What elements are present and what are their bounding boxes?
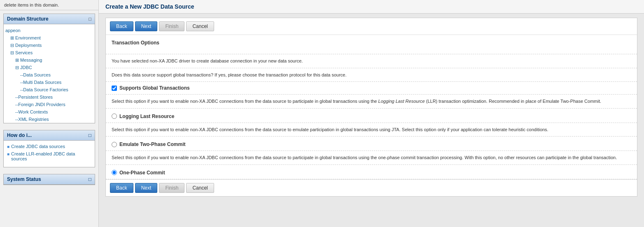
- emulate-radio[interactable]: [112, 142, 117, 147]
- llr-description-text: Select this option if you want to enable…: [112, 98, 631, 105]
- one-phase-description-section: Select this option if you want to enable…: [106, 151, 637, 165]
- emulate-radio-section: Emulate Two-Phase Commit: [106, 137, 637, 151]
- llr-radio-label[interactable]: Logging Last Resource: [119, 114, 174, 119]
- back-button-bottom[interactable]: Back: [110, 183, 133, 193]
- bottom-button-bar: Back Next Finish Cancel: [106, 179, 637, 196]
- supports-global-option: Supports Global Transactions: [112, 85, 631, 91]
- one-phase-radio-option: One-Phase Commit: [112, 170, 631, 176]
- supports-global-section: Supports Global Transactions: [106, 82, 637, 95]
- domain-tree: appeon ⊞ Environment ⊟ Deployments ⊟ Ser…: [4, 24, 95, 123]
- intro-text-1-section: You have selected non-XA JDBC driver to …: [106, 54, 637, 68]
- back-button-top[interactable]: Back: [110, 21, 133, 31]
- domain-structure-title: Domain Structure: [7, 16, 49, 22]
- emulate-description-text: Select this option if you want to enable…: [112, 126, 631, 133]
- tree-item-data-source-factories[interactable]: --Data Source Factories: [5, 86, 93, 93]
- how-do-i-header: How do i... □: [4, 130, 95, 141]
- tree-item-persistent-stores[interactable]: --Persistent Stores: [5, 93, 93, 101]
- supports-global-label[interactable]: Supports Global Transactions: [119, 85, 190, 91]
- intro-text-1: You have selected non-XA JDBC driver to …: [112, 58, 631, 65]
- content-area: Back Next Finish Cancel Transaction Opti…: [99, 14, 644, 227]
- intro-text-2-section: Does this data source support global tra…: [106, 68, 637, 82]
- domain-structure-panel: Domain Structure □ appeon ⊞ Environment …: [3, 14, 95, 123]
- emulate-radio-option: Emulate Two-Phase Commit: [112, 141, 631, 147]
- bullet-icon-1: ■: [7, 144, 9, 149]
- tree-item-work-contexts[interactable]: --Work Contexts: [5, 108, 93, 116]
- cancel-button-bottom[interactable]: Cancel: [186, 183, 214, 193]
- tree-item-data-sources[interactable]: --Data Sources: [5, 71, 93, 79]
- how-do-i-link-create-jdbc[interactable]: ■ Create JDBC data sources: [7, 144, 91, 149]
- how-do-i-content: ■ Create JDBC data sources ■ Create LLR-…: [4, 141, 95, 167]
- supports-global-checkbox[interactable]: [112, 86, 117, 91]
- how-do-i-icon: □: [89, 132, 91, 138]
- tree-item-environment[interactable]: ⊞ Environment: [5, 34, 93, 42]
- next-button-bottom[interactable]: Next: [135, 183, 158, 193]
- finish-button-bottom: Finish: [159, 183, 184, 193]
- system-status-header: System Status □: [4, 174, 95, 185]
- tree-item-appeon[interactable]: appeon: [5, 27, 93, 34]
- tree-item-foreign-jndi[interactable]: --Foreign JNDI Providers: [5, 101, 93, 108]
- one-phase-radio-label[interactable]: One-Phase Commit: [119, 170, 165, 176]
- top-button-bar: Back Next Finish Cancel: [106, 18, 637, 35]
- main-content: Create a New JDBC Data Source Back Next …: [99, 0, 644, 227]
- transaction-options-title-section: Transaction Options: [106, 35, 637, 54]
- llr-description-section: Select this option if you want to enable…: [106, 95, 637, 109]
- page-title-bar: Create a New JDBC Data Source: [99, 0, 644, 14]
- finish-button-top: Finish: [159, 21, 184, 31]
- sidebar-top-message: delete items in this domain.: [0, 0, 98, 10]
- one-phase-description-text: Select this option if you want to enable…: [112, 154, 631, 161]
- llr-radio-option: Logging Last Resource: [112, 114, 631, 119]
- llr-italic: Logging Last Resource: [378, 99, 425, 104]
- how-do-i-title: How do i...: [7, 132, 32, 138]
- emulate-radio-label[interactable]: Emulate Two-Phase Commit: [119, 141, 185, 147]
- system-status-title: System Status: [7, 176, 41, 182]
- bullet-icon-2: ■: [7, 152, 9, 156]
- system-status-icon: □: [89, 176, 91, 182]
- intro-text-2: Does this data source support global tra…: [112, 72, 631, 79]
- how-do-i-link-create-llr[interactable]: ■ Create LLR-enabled JDBC data sources: [7, 151, 91, 161]
- next-button-top[interactable]: Next: [135, 21, 158, 31]
- tree-item-jdbc[interactable]: ⊟ JDBC: [5, 64, 93, 71]
- cancel-button-top[interactable]: Cancel: [186, 21, 214, 31]
- system-status-panel: System Status □: [3, 174, 95, 185]
- llr-radio[interactable]: [112, 114, 117, 119]
- transaction-options-title: Transaction Options: [112, 40, 631, 46]
- page-title: Create a New JDBC Data Source: [105, 3, 637, 10]
- domain-structure-header: Domain Structure □: [4, 14, 95, 24]
- one-phase-radio-section: One-Phase Commit: [106, 165, 637, 179]
- how-do-i-panel: How do i... □ ■ Create JDBC data sources…: [3, 130, 95, 167]
- tree-item-multi-data-sources[interactable]: --Multi Data Sources: [5, 79, 93, 86]
- tree-item-services[interactable]: ⊟ Services: [5, 49, 93, 56]
- emulate-description-section: Select this option if you want to enable…: [106, 123, 637, 137]
- llr-radio-section: Logging Last Resource: [106, 109, 637, 123]
- form-panel: Back Next Finish Cancel Transaction Opti…: [105, 18, 637, 197]
- one-phase-radio[interactable]: [112, 170, 117, 175]
- domain-structure-expand-icon[interactable]: □: [89, 16, 91, 21]
- tree-item-deployments[interactable]: ⊟ Deployments: [5, 42, 93, 49]
- tree-item-xml-registries[interactable]: --XML Registries: [5, 116, 93, 123]
- tree-item-messaging[interactable]: ⊞ Messaging: [5, 56, 93, 64]
